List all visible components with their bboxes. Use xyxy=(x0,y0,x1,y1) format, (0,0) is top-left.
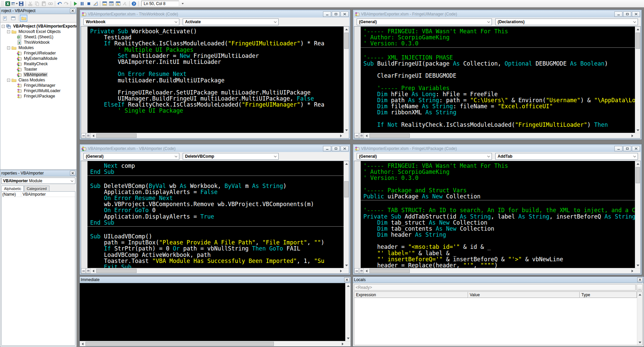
scroll-right-icon[interactable] xyxy=(630,133,635,139)
close-icon[interactable] xyxy=(70,8,75,13)
procedure-dropdown[interactable]: DeleteVBComp xyxy=(183,153,279,160)
code-editor[interactable]: '----- FRINGEUI: VBA Wasn't Meant For Th… xyxy=(361,27,635,133)
minimize-button[interactable] xyxy=(323,146,331,151)
restore-button[interactable] xyxy=(332,11,340,17)
full-module-view-button[interactable] xyxy=(86,133,91,138)
insert-userform-icon[interactable] xyxy=(11,0,18,7)
toolbox-icon[interactable] xyxy=(121,0,128,7)
procedure-view-button[interactable] xyxy=(81,268,86,273)
property-value[interactable]: VBAImporter xyxy=(21,192,46,197)
object-dropdown[interactable]: Workbook xyxy=(83,18,179,25)
scroll-up-icon[interactable] xyxy=(344,27,349,32)
redo-icon[interactable] xyxy=(63,0,70,7)
scroll-up-icon[interactable] xyxy=(344,161,349,166)
vertical-scrollbar[interactable] xyxy=(344,27,349,133)
procedure-dropdown[interactable]: AddTab xyxy=(495,153,638,160)
column-header-type[interactable]: Type xyxy=(580,292,637,298)
scroll-down-icon[interactable] xyxy=(635,263,640,268)
minimize-button[interactable] xyxy=(614,146,622,151)
run-icon[interactable] xyxy=(72,0,79,7)
full-module-view-button[interactable] xyxy=(359,133,364,138)
tree-expander-minus[interactable]: - xyxy=(2,25,5,28)
scroll-up-icon[interactable] xyxy=(637,292,643,297)
window-titlebar[interactable]: VBAImporterExporter.xlsm - FringeUIManag… xyxy=(354,11,641,17)
scroll-right-icon[interactable] xyxy=(338,133,344,139)
view-object-button[interactable] xyxy=(9,15,17,22)
scrollbar-thumb[interactable] xyxy=(96,133,137,138)
call-stack-button[interactable]: ... xyxy=(637,284,643,291)
scrollbar-thumb[interactable] xyxy=(636,167,640,183)
full-module-view-button[interactable] xyxy=(86,268,91,273)
code-margin[interactable] xyxy=(81,27,87,133)
immediate-input-area[interactable] xyxy=(80,283,345,341)
tree-item[interactable]: FringeUIManager xyxy=(0,83,76,88)
immediate-titlebar[interactable]: Immediate xyxy=(80,277,351,283)
tab-categorized[interactable]: Categorized xyxy=(24,186,49,191)
reset-icon[interactable] xyxy=(85,0,92,7)
tree-expander-minus[interactable]: - xyxy=(7,79,10,82)
property-row[interactable]: (Name)VBAImporter xyxy=(2,192,75,197)
tree-item[interactable]: RealityCheck xyxy=(0,61,76,67)
tab-alphabetic[interactable]: Alphabetic xyxy=(1,186,24,191)
scroll-right-icon[interactable] xyxy=(340,341,345,346)
vertical-scrollbar[interactable] xyxy=(635,27,640,133)
scroll-left-icon[interactable] xyxy=(364,133,369,139)
tree-item[interactable]: -Microsoft Excel Objects xyxy=(0,29,76,34)
help-icon[interactable]: ? xyxy=(131,0,137,7)
scroll-down-icon[interactable] xyxy=(344,127,349,133)
procedure-view-button[interactable] xyxy=(354,133,359,138)
close-icon[interactable] xyxy=(637,277,643,282)
find-icon[interactable] xyxy=(47,0,54,7)
vertical-scrollbar[interactable] xyxy=(635,161,640,268)
toolbar-grip[interactable] xyxy=(2,1,3,6)
tree-item[interactable]: XThisWorkbook xyxy=(0,40,76,45)
scroll-up-icon[interactable] xyxy=(635,27,640,32)
tree-item[interactable]: MyExternalModule xyxy=(0,56,76,61)
undo-icon[interactable] xyxy=(56,0,63,7)
scroll-left-icon[interactable] xyxy=(91,268,96,274)
toggle-folders-button[interactable] xyxy=(20,15,27,22)
minimize-button[interactable] xyxy=(323,11,331,17)
cut-icon[interactable] xyxy=(27,0,34,7)
scroll-up-icon[interactable] xyxy=(635,161,640,166)
restore-button[interactable] xyxy=(623,146,631,151)
close-icon[interactable] xyxy=(70,171,75,176)
horizontal-scrollbar[interactable] xyxy=(80,341,345,346)
tree-item[interactable]: -Class Modules xyxy=(0,77,76,83)
tree-expander-minus[interactable]: - xyxy=(7,46,10,49)
minimize-button[interactable] xyxy=(614,11,622,17)
copy-icon[interactable] xyxy=(34,0,40,7)
scroll-down-icon[interactable] xyxy=(637,340,643,345)
paste-icon[interactable] xyxy=(40,0,47,7)
object-selector-dropdown[interactable]: VBAImporter Module xyxy=(1,178,75,184)
close-button[interactable] xyxy=(341,11,349,17)
scrollbar-thumb[interactable] xyxy=(369,269,410,273)
scroll-right-icon[interactable] xyxy=(630,268,635,274)
design-mode-icon[interactable] xyxy=(92,0,99,7)
horizontal-scrollbar[interactable] xyxy=(91,133,344,138)
horizontal-scrollbar[interactable] xyxy=(364,268,635,273)
break-icon[interactable] xyxy=(79,0,85,7)
tree-item[interactable]: Sheet1 (Sheet1) xyxy=(0,34,76,40)
tree-item[interactable]: FringeUIMultiLoader xyxy=(0,88,76,93)
scroll-up-icon[interactable] xyxy=(346,283,351,288)
close-icon[interactable] xyxy=(344,277,350,282)
toolbar-overflow-button[interactable] xyxy=(180,1,184,7)
full-module-view-button[interactable] xyxy=(359,268,364,273)
tree-item[interactable]: -Modules xyxy=(0,45,76,50)
procedure-view-button[interactable] xyxy=(354,268,359,273)
window-titlebar[interactable]: VBAImporterExporter.xlsm - VBAImporter (… xyxy=(81,145,349,152)
scroll-left-icon[interactable] xyxy=(91,133,96,139)
horizontal-scrollbar[interactable] xyxy=(364,133,635,138)
object-dropdown[interactable]: (General) xyxy=(357,153,492,160)
save-icon[interactable] xyxy=(18,0,25,7)
code-margin[interactable] xyxy=(81,161,87,268)
code-editor[interactable]: '----- FRINGEUI: VBA Wasn't Meant For Th… xyxy=(361,161,635,268)
object-dropdown[interactable]: (General) xyxy=(357,18,492,25)
code-margin[interactable] xyxy=(354,161,361,268)
scroll-down-icon[interactable] xyxy=(346,336,351,341)
locals-titlebar[interactable]: Locals xyxy=(353,277,644,283)
scroll-right-icon[interactable] xyxy=(338,268,344,274)
properties-window-icon[interactable] xyxy=(108,0,115,7)
tree-item[interactable]: FringeUIReloader xyxy=(0,50,76,56)
